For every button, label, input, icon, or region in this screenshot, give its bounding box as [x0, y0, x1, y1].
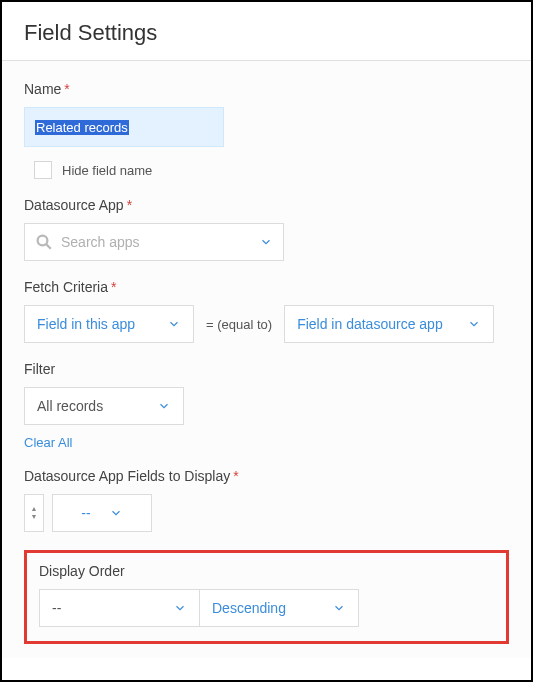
datasource-label: Datasource App *	[24, 197, 509, 213]
chevron-down-icon	[259, 235, 273, 249]
chevron-down-icon	[109, 506, 123, 520]
display-order-field-dropdown[interactable]: --	[39, 589, 199, 627]
reorder-stepper[interactable]: ▲ ▼	[24, 494, 44, 532]
fetch-row: Field in this app = (equal to) Field in …	[24, 305, 509, 343]
svg-line-1	[46, 244, 51, 249]
datasource-placeholder: Search apps	[61, 234, 251, 250]
filter-label: Filter	[24, 361, 509, 377]
fields-display-row: ▲ ▼ --	[24, 494, 509, 532]
clear-all-link[interactable]: Clear All	[24, 435, 509, 450]
fields-display-label: Datasource App Fields to Display *	[24, 468, 509, 484]
form-content: Name * Related records Hide field name D…	[2, 61, 531, 658]
display-order-section: Display Order -- Descending	[24, 550, 509, 644]
dialog-header: Field Settings	[2, 2, 531, 61]
required-star: *	[127, 197, 132, 213]
stepper-up-icon: ▲	[31, 505, 38, 513]
fetch-left-dropdown[interactable]: Field in this app	[24, 305, 194, 343]
fields-display-section: Datasource App Fields to Display * ▲ ▼ -…	[24, 468, 509, 532]
display-order-row: -- Descending	[39, 589, 494, 627]
required-star: *	[111, 279, 116, 295]
display-order-label: Display Order	[39, 563, 494, 579]
datasource-search[interactable]: Search apps	[24, 223, 284, 261]
display-order-direction-dropdown[interactable]: Descending	[199, 589, 359, 627]
search-icon	[35, 233, 53, 251]
chevron-down-icon	[467, 317, 481, 331]
stepper-down-icon: ▼	[31, 513, 38, 521]
fetch-right-dropdown[interactable]: Field in datasource app	[284, 305, 494, 343]
filter-section: Filter All records Clear All	[24, 361, 509, 450]
name-input-value: Related records	[35, 120, 129, 135]
name-label: Name *	[24, 81, 509, 97]
hide-field-name-row: Hide field name	[34, 161, 509, 179]
name-input[interactable]: Related records	[24, 107, 224, 147]
page-title: Field Settings	[24, 20, 509, 46]
name-section: Name * Related records Hide field name	[24, 81, 509, 179]
hide-field-name-checkbox[interactable]	[34, 161, 52, 179]
svg-point-0	[38, 236, 48, 246]
required-star: *	[64, 81, 69, 97]
fields-display-dropdown[interactable]: --	[52, 494, 152, 532]
chevron-down-icon	[167, 317, 181, 331]
hide-field-name-label: Hide field name	[62, 163, 152, 178]
chevron-down-icon	[332, 601, 346, 615]
fetch-section: Fetch Criteria * Field in this app = (eq…	[24, 279, 509, 343]
chevron-down-icon	[157, 399, 171, 413]
fetch-operator: = (equal to)	[206, 317, 272, 332]
datasource-section: Datasource App * Search apps	[24, 197, 509, 261]
required-star: *	[233, 468, 238, 484]
fetch-label: Fetch Criteria *	[24, 279, 509, 295]
filter-dropdown[interactable]: All records	[24, 387, 184, 425]
chevron-down-icon	[173, 601, 187, 615]
